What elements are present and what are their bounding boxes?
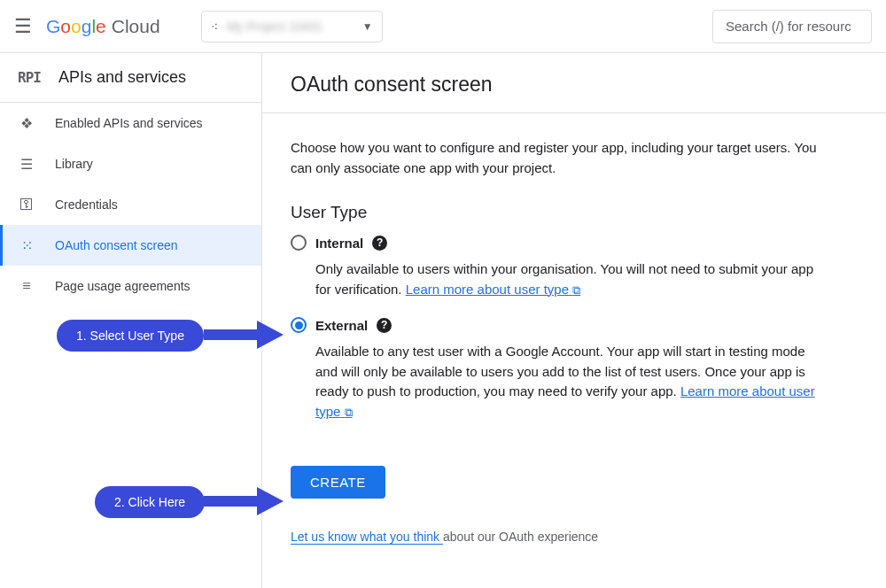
learn-more-internal-link[interactable]: Learn more about user type ⧉ [406,282,580,297]
svg-marker-1 [257,487,284,515]
annotation-arrow-1 [199,317,284,352]
sidebar-item-label: Library [55,157,93,171]
external-link-icon: ⧉ [572,283,580,297]
search-placeholder: Search (/) for resourc [726,19,851,34]
api-badge-icon: RPI [18,69,41,86]
chevron-down-icon: ▼ [362,20,373,33]
svg-marker-0 [257,321,284,349]
feedback-text: Let us know what you think about our OAu… [291,530,858,544]
sidebar-item-page-usage[interactable]: ≡ Page usage agreements [0,266,261,306]
sidebar-item-oauth-consent[interactable]: ⁙ OAuth consent screen [0,225,261,266]
sidebar-item-label: Credentials [55,197,118,212]
search-input[interactable]: Search (/) for resourc [712,10,872,43]
radio-external-label: External [315,318,368,333]
external-description: Available to any test user with a Google… [315,342,829,422]
page-description: Choose how you want to configure and reg… [291,138,840,178]
user-type-heading: User Type [291,203,858,222]
key-icon: ⚿ [18,197,35,213]
sidebar-item-credentials[interactable]: ⚿ Credentials [0,184,261,225]
sidebar-item-library[interactable]: ☰ Library [0,143,261,184]
project-dots-icon: ⁖ [211,19,218,34]
sidebar-item-label: OAuth consent screen [55,238,178,252]
google-wordmark: Google [46,16,106,37]
divider [262,112,886,113]
radio-external[interactable] [291,317,307,333]
cloud-text: Cloud [112,16,160,37]
hamburger-menu-icon[interactable]: ☰ [14,15,32,38]
google-cloud-logo: Google Cloud [46,16,160,37]
annotation-step-1: 1. Select User Type [57,320,204,352]
annotation-step-2: 2. Click Here [95,486,205,518]
diamond-icon: ❖ [18,115,35,132]
sidebar-header: RPI APIs and services [0,53,261,103]
internal-description: Only available to users within your orga… [315,259,829,299]
sidebar-item-label: Page usage agreements [55,279,190,293]
help-icon[interactable]: ? [372,236,387,251]
help-icon[interactable]: ? [377,318,392,333]
page-title: OAuth consent screen [291,73,858,97]
feedback-link[interactable]: Let us know what you think [291,530,443,545]
annotation-arrow-2 [199,484,284,519]
external-link-icon: ⧉ [345,406,353,419]
create-button[interactable]: CREATE [291,466,385,499]
library-icon: ☰ [18,156,35,173]
consent-icon: ⁙ [18,237,35,254]
sidebar-title: APIs and services [58,68,186,87]
project-selector[interactable]: ⁖ My Project 10431 ▼ [201,11,383,43]
radio-internal-label: Internal [315,236,363,251]
agreements-icon: ≡ [18,278,35,294]
radio-internal[interactable] [291,235,307,251]
sidebar-item-label: Enabled APIs and services [55,116,203,130]
sidebar-item-enabled-apis[interactable]: ❖ Enabled APIs and services [0,103,261,143]
project-name: My Project 10431 [227,19,354,34]
